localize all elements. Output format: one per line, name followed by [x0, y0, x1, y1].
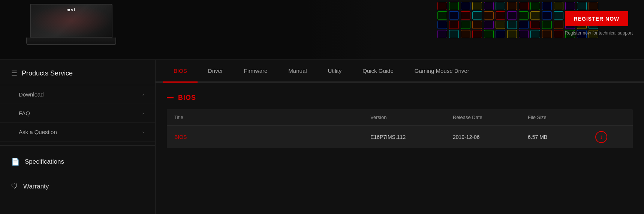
table-row: BIOS E16P7IMS.112 2019-12-06 6.57 MB ↓ [167, 126, 633, 148]
tab-manual[interactable]: Manual [278, 60, 317, 81]
sidebar-item-download[interactable]: Download › [0, 85, 155, 104]
col-action-header [595, 115, 625, 120]
download-arrow-icon: ↓ [600, 134, 603, 140]
sidebar-item-ask-question[interactable]: Ask a Question › [0, 123, 155, 142]
sidebar: ☰ Products Service Download › FAQ › Ask … [0, 60, 156, 214]
bios-release-date: 2019-12-06 [453, 134, 528, 140]
sidebar-item-specifications-label: Specifications [25, 158, 64, 166]
products-service-header: ☰ Products Service [0, 60, 155, 85]
tab-firmware[interactable]: Firmware [234, 60, 278, 81]
specifications-icon: 📄 [11, 158, 19, 166]
main-layout: ☰ Products Service Download › FAQ › Ask … [0, 60, 644, 214]
sidebar-item-faq[interactable]: FAQ › [0, 104, 155, 123]
bios-version: E16P7IMS.112 [370, 134, 453, 140]
bios-section-title: BIOS [167, 94, 633, 102]
tab-utility[interactable]: Utility [318, 60, 352, 81]
tab-driver[interactable]: Driver [198, 60, 234, 81]
sidebar-item-faq-label: FAQ [19, 110, 30, 116]
sidebar-item-warranty[interactable]: 🛡 Warranty [0, 174, 155, 199]
sidebar-divider [0, 145, 155, 146]
bios-title-text: BIOS [178, 94, 196, 102]
tab-gaming-mouse-driver[interactable]: Gaming Mouse Driver [404, 60, 480, 81]
tab-quick-guide[interactable]: Quick Guide [352, 60, 404, 81]
bios-table-header: Title Version Release Date File Size [167, 109, 633, 126]
products-service-icon: ☰ [11, 69, 17, 77]
download-button[interactable]: ↓ [595, 131, 607, 143]
bios-file-link[interactable]: BIOS [174, 134, 370, 140]
hero-laptop: msi [22, 4, 142, 56]
tabs-bar: BIOS Driver Firmware Manual Utility Quic… [156, 60, 644, 83]
warranty-icon: 🛡 [11, 182, 18, 190]
bios-content: BIOS Title Version Release Date File Siz… [156, 83, 644, 160]
chevron-right-icon: › [142, 130, 144, 135]
register-area: REGISTER NOW Register now for technical … [565, 11, 633, 36]
hero-banner: msi [0, 0, 644, 60]
sidebar-item-warranty-label: Warranty [23, 183, 49, 190]
col-release-date-header: Release Date [453, 115, 528, 120]
bios-file-size: 6.57 MB [528, 134, 595, 140]
chevron-right-icon: › [142, 92, 144, 97]
msi-logo: msi [67, 8, 76, 12]
col-title-header: Title [174, 115, 370, 120]
col-file-size-header: File Size [528, 115, 595, 120]
content-area: BIOS Driver Firmware Manual Utility Quic… [156, 60, 644, 214]
products-service-title: Products Service [22, 69, 73, 77]
bios-table: Title Version Release Date File Size BIO… [167, 109, 633, 148]
register-now-button[interactable]: REGISTER NOW [565, 11, 629, 26]
sidebar-item-download-label: Download [19, 91, 44, 98]
register-sub-text: Register now for technical support [565, 30, 633, 36]
bios-title-dash [167, 97, 174, 98]
sidebar-item-ask-label: Ask a Question [19, 129, 57, 135]
tab-bios[interactable]: BIOS [163, 60, 198, 81]
chevron-right-icon: › [142, 111, 144, 116]
col-version-header: Version [370, 115, 453, 120]
sidebar-item-specifications[interactable]: 📄 Specifications [0, 149, 155, 174]
